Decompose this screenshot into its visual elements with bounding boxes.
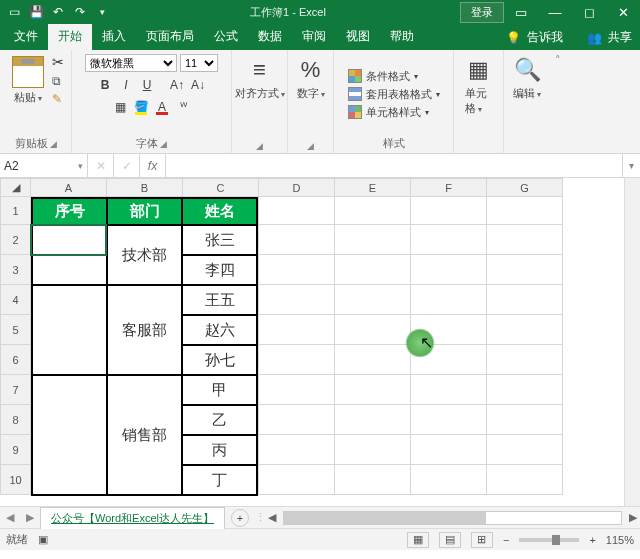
zoom-slider[interactable] bbox=[519, 538, 579, 542]
data-serial-2[interactable] bbox=[32, 375, 107, 495]
cell-F7[interactable] bbox=[411, 375, 487, 405]
clipboard-dialog-icon[interactable]: ◢ bbox=[50, 139, 57, 149]
hscroll-left-icon[interactable]: ◀ bbox=[265, 511, 279, 524]
tab-0[interactable]: 文件 bbox=[4, 24, 48, 50]
row-header-6[interactable]: 6 bbox=[1, 345, 31, 375]
col-header-G[interactable]: G bbox=[487, 179, 563, 197]
cell-G4[interactable] bbox=[487, 285, 563, 315]
login-button[interactable]: 登录 bbox=[460, 2, 504, 23]
data-name-0[interactable]: 张三 bbox=[182, 225, 257, 255]
share-button[interactable]: 共享 bbox=[608, 29, 632, 46]
page-break-view-icon[interactable]: ⊞ bbox=[471, 532, 493, 548]
ribbon-display-icon[interactable]: ▭ bbox=[504, 5, 538, 20]
data-header-2[interactable]: 姓名 bbox=[182, 198, 257, 225]
fx-icon[interactable]: fx bbox=[140, 154, 166, 177]
tab-6[interactable]: 审阅 bbox=[292, 24, 336, 50]
lightbulb-icon[interactable]: 💡 bbox=[506, 31, 521, 45]
cell-G5[interactable] bbox=[487, 315, 563, 345]
col-header-D[interactable]: D bbox=[259, 179, 335, 197]
minimize-icon[interactable]: — bbox=[538, 5, 572, 20]
cell-E10[interactable] bbox=[335, 465, 411, 495]
paste-button[interactable]: 粘贴 bbox=[8, 54, 48, 107]
cell-E2[interactable] bbox=[335, 225, 411, 255]
cell-D8[interactable] bbox=[259, 405, 335, 435]
cell-G8[interactable] bbox=[487, 405, 563, 435]
border-button[interactable]: ▦ bbox=[111, 98, 129, 116]
tab-2[interactable]: 插入 bbox=[92, 24, 136, 50]
cell-D6[interactable] bbox=[259, 345, 335, 375]
share-icon[interactable]: 👥 bbox=[587, 31, 602, 45]
number-format-button[interactable]: % 数字 bbox=[293, 54, 329, 103]
cell-E7[interactable] bbox=[335, 375, 411, 405]
sheet-nav-next-icon[interactable]: ▶ bbox=[20, 511, 40, 524]
cell-E4[interactable] bbox=[335, 285, 411, 315]
cell-F8[interactable] bbox=[411, 405, 487, 435]
cell-F10[interactable] bbox=[411, 465, 487, 495]
cell-E6[interactable] bbox=[335, 345, 411, 375]
row-header-7[interactable]: 7 bbox=[1, 375, 31, 405]
cell-E9[interactable] bbox=[335, 435, 411, 465]
alignment-button[interactable]: ≡ 对齐方式 bbox=[231, 54, 289, 103]
row-header-5[interactable]: 5 bbox=[1, 315, 31, 345]
data-dept-2[interactable]: 销售部 bbox=[107, 375, 182, 495]
font-dialog-icon[interactable]: ◢ bbox=[160, 139, 167, 149]
cell-G10[interactable] bbox=[487, 465, 563, 495]
cell-E3[interactable] bbox=[335, 255, 411, 285]
font-color-button[interactable]: A bbox=[153, 98, 171, 116]
qat-drop-icon[interactable]: ▾ bbox=[94, 4, 110, 20]
sheet-nav-prev-icon[interactable]: ◀ bbox=[0, 511, 20, 524]
cell-D3[interactable] bbox=[259, 255, 335, 285]
conditional-format-button[interactable]: 条件格式▾ bbox=[348, 69, 440, 84]
cell-D7[interactable] bbox=[259, 375, 335, 405]
cell-G3[interactable] bbox=[487, 255, 563, 285]
autosave-icon[interactable]: ▭ bbox=[6, 4, 22, 20]
enter-formula-icon[interactable]: ✓ bbox=[114, 154, 140, 177]
col-header-A[interactable]: A bbox=[31, 179, 107, 197]
data-name-3[interactable]: 赵六 bbox=[182, 315, 257, 345]
cell-F9[interactable] bbox=[411, 435, 487, 465]
number-dialog-icon[interactable]: ◢ bbox=[307, 141, 314, 151]
col-header-E[interactable]: E bbox=[335, 179, 411, 197]
data-name-1[interactable]: 李四 bbox=[182, 255, 257, 285]
editing-button[interactable]: 🔍 编辑 bbox=[509, 54, 545, 103]
format-table-button[interactable]: 套用表格格式▾ bbox=[348, 87, 440, 102]
col-header-B[interactable]: B bbox=[107, 179, 183, 197]
tab-5[interactable]: 数据 bbox=[248, 24, 292, 50]
col-header-C[interactable]: C bbox=[183, 179, 259, 197]
data-name-2[interactable]: 王五 bbox=[182, 285, 257, 315]
cell-G6[interactable] bbox=[487, 345, 563, 375]
hscroll-right-icon[interactable]: ▶ bbox=[626, 511, 640, 524]
bold-button[interactable]: B bbox=[96, 76, 114, 94]
copy-icon[interactable]: ⧉ bbox=[52, 74, 64, 88]
cell-G7[interactable] bbox=[487, 375, 563, 405]
row-header-8[interactable]: 8 bbox=[1, 405, 31, 435]
cell-F2[interactable] bbox=[411, 225, 487, 255]
save-icon[interactable]: 💾 bbox=[28, 4, 44, 20]
grow-font-button[interactable]: A↑ bbox=[168, 76, 186, 94]
zoom-level[interactable]: 115% bbox=[606, 534, 634, 546]
horizontal-scrollbar[interactable] bbox=[283, 511, 622, 525]
data-serial-0[interactable] bbox=[32, 225, 107, 285]
expand-formula-icon[interactable]: ▾ bbox=[622, 154, 640, 177]
close-icon[interactable]: ✕ bbox=[606, 5, 640, 20]
tab-4[interactable]: 公式 bbox=[204, 24, 248, 50]
font-name-select[interactable]: 微软雅黑 bbox=[85, 54, 177, 72]
cell-E8[interactable] bbox=[335, 405, 411, 435]
cells-button[interactable]: ▦ 单元格 bbox=[461, 54, 497, 118]
tab-3[interactable]: 页面布局 bbox=[136, 24, 204, 50]
new-sheet-button[interactable]: + bbox=[231, 509, 249, 527]
data-name-5[interactable]: 甲 bbox=[182, 375, 257, 405]
collapse-ribbon-icon[interactable]: ˄ bbox=[550, 50, 566, 153]
data-dept-1[interactable]: 客服部 bbox=[107, 285, 182, 375]
col-header-F[interactable]: F bbox=[411, 179, 487, 197]
shrink-font-button[interactable]: A↓ bbox=[189, 76, 207, 94]
cell-E5[interactable] bbox=[335, 315, 411, 345]
zoom-out-icon[interactable]: − bbox=[503, 534, 509, 546]
tab-1[interactable]: 开始 bbox=[48, 24, 92, 50]
fill-color-button[interactable]: 🪣 bbox=[132, 98, 150, 116]
vertical-scrollbar[interactable] bbox=[624, 178, 640, 506]
cut-icon[interactable]: ✂ bbox=[52, 54, 64, 70]
row-header-2[interactable]: 2 bbox=[1, 225, 31, 255]
select-all-corner[interactable]: ◢ bbox=[1, 179, 31, 197]
cell-E1[interactable] bbox=[335, 197, 411, 225]
